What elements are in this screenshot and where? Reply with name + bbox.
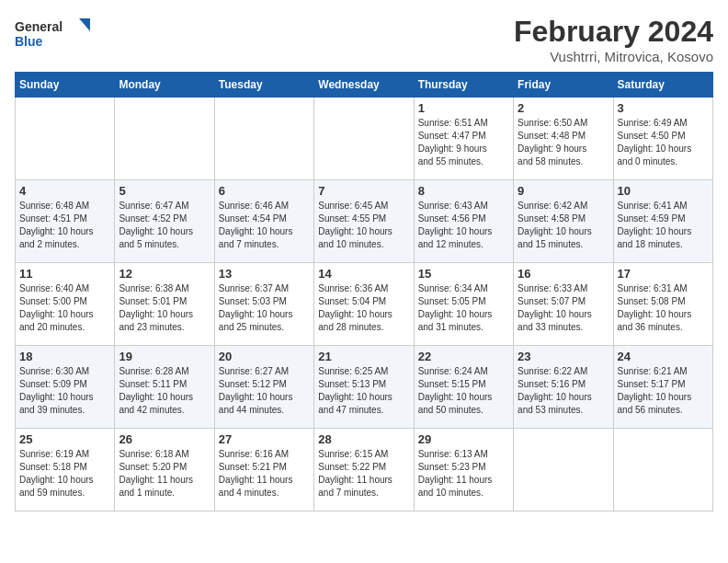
calendar-header: SundayMondayTuesdayWednesdayThursdayFrid… xyxy=(16,73,713,98)
day-number: 22 xyxy=(418,350,509,363)
calendar-cell: 10Sunrise: 6:41 AM Sunset: 4:59 PM Dayli… xyxy=(613,180,712,263)
day-number: 9 xyxy=(518,184,609,198)
calendar-cell: 20Sunrise: 6:27 AM Sunset: 5:12 PM Dayli… xyxy=(214,346,313,429)
day-of-week-header: Friday xyxy=(514,73,613,98)
day-number: 24 xyxy=(618,350,709,363)
calendar-cell xyxy=(514,429,613,511)
calendar-cell xyxy=(115,98,214,180)
day-number: 5 xyxy=(119,184,210,198)
svg-text:Blue: Blue xyxy=(15,34,43,49)
day-info: Sunrise: 6:50 AM Sunset: 4:48 PM Dayligh… xyxy=(518,117,609,168)
calendar-cell: 24Sunrise: 6:21 AM Sunset: 5:17 PM Dayli… xyxy=(613,346,712,429)
day-of-week-header: Sunday xyxy=(16,73,115,98)
calendar-week-row: 25Sunrise: 6:19 AM Sunset: 5:18 PM Dayli… xyxy=(16,429,713,511)
day-number: 12 xyxy=(119,267,210,281)
calendar-week-row: 1Sunrise: 6:51 AM Sunset: 4:47 PM Daylig… xyxy=(16,98,713,180)
calendar-cell: 25Sunrise: 6:19 AM Sunset: 5:18 PM Dayli… xyxy=(16,429,115,511)
svg-text:General: General xyxy=(15,19,63,34)
day-number: 3 xyxy=(618,101,709,115)
day-number: 20 xyxy=(219,350,310,363)
day-number: 15 xyxy=(418,267,509,281)
calendar-week-row: 18Sunrise: 6:30 AM Sunset: 5:09 PM Dayli… xyxy=(16,346,713,429)
calendar-cell: 15Sunrise: 6:34 AM Sunset: 5:05 PM Dayli… xyxy=(414,263,513,346)
page-title: February 2024 xyxy=(514,15,713,49)
day-info: Sunrise: 6:19 AM Sunset: 5:18 PM Dayligh… xyxy=(19,448,110,500)
logo-svg: GeneralBlue xyxy=(15,15,97,52)
day-number: 17 xyxy=(618,267,709,281)
svg-marker-2 xyxy=(79,18,90,31)
day-info: Sunrise: 6:43 AM Sunset: 4:56 PM Dayligh… xyxy=(418,200,509,251)
calendar-cell: 27Sunrise: 6:16 AM Sunset: 5:21 PM Dayli… xyxy=(214,429,313,511)
day-info: Sunrise: 6:42 AM Sunset: 4:58 PM Dayligh… xyxy=(518,200,609,251)
days-of-week-row: SundayMondayTuesdayWednesdayThursdayFrid… xyxy=(16,73,713,98)
day-info: Sunrise: 6:28 AM Sunset: 5:11 PM Dayligh… xyxy=(119,365,210,417)
day-info: Sunrise: 6:21 AM Sunset: 5:17 PM Dayligh… xyxy=(618,365,709,417)
day-number: 29 xyxy=(418,432,509,446)
calendar-cell: 19Sunrise: 6:28 AM Sunset: 5:11 PM Dayli… xyxy=(115,346,214,429)
day-number: 18 xyxy=(19,350,110,363)
calendar-cell: 26Sunrise: 6:18 AM Sunset: 5:20 PM Dayli… xyxy=(115,429,214,511)
day-number: 6 xyxy=(219,184,310,198)
day-info: Sunrise: 6:30 AM Sunset: 5:09 PM Dayligh… xyxy=(19,365,110,417)
calendar-cell: 14Sunrise: 6:36 AM Sunset: 5:04 PM Dayli… xyxy=(314,263,414,346)
day-info: Sunrise: 6:18 AM Sunset: 5:20 PM Dayligh… xyxy=(119,448,210,500)
day-info: Sunrise: 6:15 AM Sunset: 5:22 PM Dayligh… xyxy=(318,448,409,500)
day-of-week-header: Thursday xyxy=(414,73,513,98)
day-number: 25 xyxy=(19,432,110,446)
day-number: 8 xyxy=(418,184,509,198)
day-number: 7 xyxy=(318,184,409,198)
page-subtitle: Vushtrri, Mitrovica, Kosovo xyxy=(514,49,713,64)
day-of-week-header: Monday xyxy=(115,73,214,98)
day-number: 27 xyxy=(219,432,310,446)
calendar-cell: 9Sunrise: 6:42 AM Sunset: 4:58 PM Daylig… xyxy=(514,180,613,263)
calendar-cell: 29Sunrise: 6:13 AM Sunset: 5:23 PM Dayli… xyxy=(414,429,513,511)
calendar-cell: 6Sunrise: 6:46 AM Sunset: 4:54 PM Daylig… xyxy=(214,180,313,263)
calendar-cell: 21Sunrise: 6:25 AM Sunset: 5:13 PM Dayli… xyxy=(314,346,414,429)
day-info: Sunrise: 6:37 AM Sunset: 5:03 PM Dayligh… xyxy=(219,282,310,334)
day-number: 2 xyxy=(518,101,609,115)
day-info: Sunrise: 6:33 AM Sunset: 5:07 PM Dayligh… xyxy=(518,282,609,334)
calendar-week-row: 11Sunrise: 6:40 AM Sunset: 5:00 PM Dayli… xyxy=(16,263,713,346)
calendar-cell: 3Sunrise: 6:49 AM Sunset: 4:50 PM Daylig… xyxy=(613,98,712,180)
day-info: Sunrise: 6:40 AM Sunset: 5:00 PM Dayligh… xyxy=(19,282,110,334)
calendar-cell: 2Sunrise: 6:50 AM Sunset: 4:48 PM Daylig… xyxy=(514,98,613,180)
calendar-cell: 17Sunrise: 6:31 AM Sunset: 5:08 PM Dayli… xyxy=(613,263,712,346)
calendar-body: 1Sunrise: 6:51 AM Sunset: 4:47 PM Daylig… xyxy=(16,98,713,511)
day-info: Sunrise: 6:25 AM Sunset: 5:13 PM Dayligh… xyxy=(318,365,409,417)
day-info: Sunrise: 6:48 AM Sunset: 4:51 PM Dayligh… xyxy=(19,200,110,251)
calendar-cell: 13Sunrise: 6:37 AM Sunset: 5:03 PM Dayli… xyxy=(214,263,313,346)
day-number: 14 xyxy=(318,267,409,281)
calendar-week-row: 4Sunrise: 6:48 AM Sunset: 4:51 PM Daylig… xyxy=(16,180,713,263)
day-number: 13 xyxy=(219,267,310,281)
calendar-cell: 23Sunrise: 6:22 AM Sunset: 5:16 PM Dayli… xyxy=(514,346,613,429)
day-info: Sunrise: 6:36 AM Sunset: 5:04 PM Dayligh… xyxy=(318,282,409,334)
calendar-cell: 8Sunrise: 6:43 AM Sunset: 4:56 PM Daylig… xyxy=(414,180,513,263)
calendar-cell: 12Sunrise: 6:38 AM Sunset: 5:01 PM Dayli… xyxy=(115,263,214,346)
calendar: SundayMondayTuesdayWednesdayThursdayFrid… xyxy=(15,72,713,511)
calendar-cell: 16Sunrise: 6:33 AM Sunset: 5:07 PM Dayli… xyxy=(514,263,613,346)
day-info: Sunrise: 6:16 AM Sunset: 5:21 PM Dayligh… xyxy=(219,448,310,500)
calendar-cell xyxy=(16,98,115,180)
calendar-cell: 18Sunrise: 6:30 AM Sunset: 5:09 PM Dayli… xyxy=(16,346,115,429)
logo: GeneralBlue xyxy=(15,15,97,52)
day-number: 23 xyxy=(518,350,609,363)
day-info: Sunrise: 6:51 AM Sunset: 4:47 PM Dayligh… xyxy=(418,117,509,168)
day-number: 1 xyxy=(418,101,509,115)
day-info: Sunrise: 6:31 AM Sunset: 5:08 PM Dayligh… xyxy=(618,282,709,334)
day-number: 26 xyxy=(119,432,210,446)
calendar-cell xyxy=(314,98,414,180)
day-info: Sunrise: 6:47 AM Sunset: 4:52 PM Dayligh… xyxy=(119,200,210,251)
calendar-cell: 22Sunrise: 6:24 AM Sunset: 5:15 PM Dayli… xyxy=(414,346,513,429)
day-info: Sunrise: 6:45 AM Sunset: 4:55 PM Dayligh… xyxy=(318,200,409,251)
calendar-cell: 5Sunrise: 6:47 AM Sunset: 4:52 PM Daylig… xyxy=(115,180,214,263)
day-number: 11 xyxy=(19,267,110,281)
calendar-cell xyxy=(214,98,313,180)
day-info: Sunrise: 6:46 AM Sunset: 4:54 PM Dayligh… xyxy=(219,200,310,251)
calendar-cell xyxy=(613,429,712,511)
day-info: Sunrise: 6:49 AM Sunset: 4:50 PM Dayligh… xyxy=(618,117,709,168)
day-of-week-header: Tuesday xyxy=(214,73,313,98)
day-number: 21 xyxy=(318,350,409,363)
header-area: GeneralBlue February 2024 Vushtrri, Mitr… xyxy=(15,15,713,64)
day-info: Sunrise: 6:27 AM Sunset: 5:12 PM Dayligh… xyxy=(219,365,310,417)
day-number: 28 xyxy=(318,432,409,446)
